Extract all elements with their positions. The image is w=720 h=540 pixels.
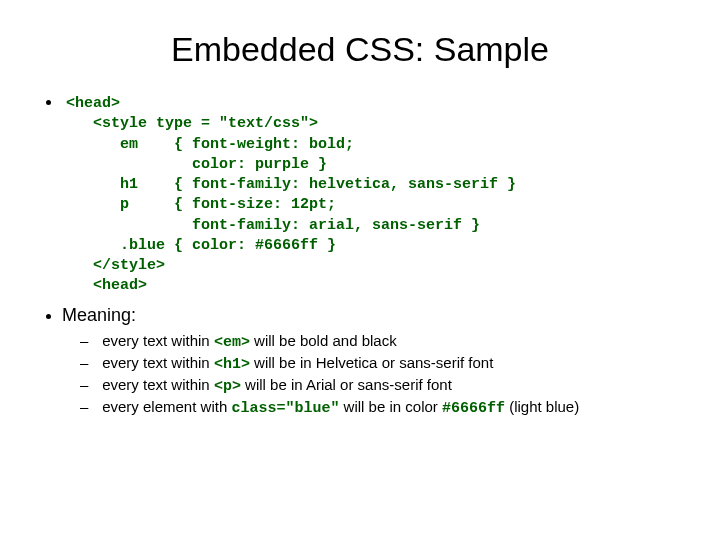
text: will be bold and black [250,332,397,349]
bullet-list: <head> <style type = "text/css"> em { fo… [62,93,680,417]
text: every text within [102,354,214,371]
inline-code: <h1> [214,356,250,373]
code-block: <head> <style type = "text/css"> em { fo… [66,94,680,297]
text: will be in color [339,398,442,415]
meaning-bullet: Meaning: every text within <em> will be … [62,305,680,417]
text: (light blue) [505,398,579,415]
meaning-list: every text within <em> will be bold and … [82,332,680,417]
text: every element with [102,398,231,415]
inline-code: <em> [214,334,250,351]
list-item: every element with class="blue" will be … [82,398,680,417]
text: every text within [102,376,214,393]
text: will be in Helvetica or sans-serif font [250,354,493,371]
list-item: every text within <h1> will be in Helvet… [82,354,680,373]
slide: Embedded CSS: Sample <head> <style type … [0,0,720,445]
inline-code: #6666ff [442,400,505,417]
inline-code: class="blue" [231,400,339,417]
text: will be in Arial or sans-serif font [241,376,452,393]
inline-code: <p> [214,378,241,395]
list-item: every text within <p> will be in Arial o… [82,376,680,395]
list-item: every text within <em> will be bold and … [82,332,680,351]
meaning-label: Meaning: [62,305,136,325]
code-bullet: <head> <style type = "text/css"> em { fo… [62,93,680,297]
text: every text within [102,332,214,349]
slide-title: Embedded CSS: Sample [40,30,680,69]
